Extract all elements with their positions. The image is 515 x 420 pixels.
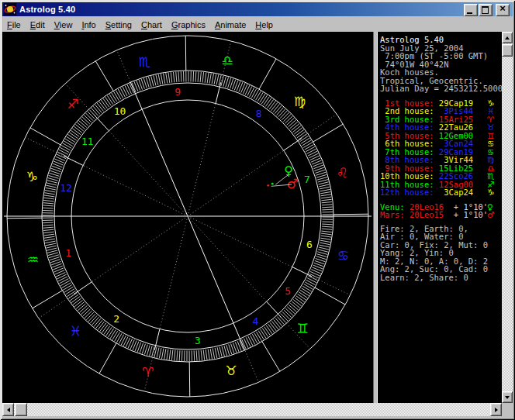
down-arrow-icon	[505, 396, 510, 399]
panel-title: Astrolog 5.40	[378, 36, 502, 44]
menu-setting[interactable]: Setting	[101, 19, 137, 31]
stats-line-4: Yang: 2, Yin: 0	[378, 249, 502, 257]
capricorn-glyph: ♑	[487, 188, 494, 197]
svg-text:7: 7	[304, 174, 310, 185]
svg-text:6: 6	[306, 239, 313, 250]
astrolog-window: Astrolog 5.40 FileEditViewInfoSettingCha…	[0, 0, 515, 420]
scroll-up-button[interactable]	[502, 32, 513, 43]
menu-edit[interactable]: Edit	[26, 19, 50, 31]
taurus-glyph: ♉	[487, 123, 494, 132]
svg-text:10: 10	[114, 105, 126, 117]
mars-row: Mars: 20Leo15 + 1°10'♂	[378, 211, 502, 219]
natal-wheel: 123456789101112♈♉♊♋♌♍♎♏♐♑♒♓♀♂	[2, 32, 373, 403]
svg-text:♈: ♈	[142, 364, 154, 380]
menu-animate[interactable]: Animate	[210, 19, 251, 31]
svg-text:♒: ♒	[27, 252, 39, 267]
up-arrow-icon	[505, 36, 510, 40]
horizontal-scroll-thumb[interactable]	[15, 403, 27, 416]
vertical-scroll-thumb[interactable]	[502, 44, 513, 57]
header-line-6: Julian Day = 2453212.5000	[378, 84, 502, 93]
title-bar[interactable]: Astrolog 5.40	[2, 2, 513, 16]
menu-file[interactable]: File	[2, 19, 26, 31]
svg-text:♓: ♓	[70, 323, 81, 339]
svg-text:3: 3	[195, 335, 201, 346]
mars-glyph: ♂	[487, 211, 494, 219]
svg-text:♐: ♐	[67, 96, 78, 112]
svg-text:8: 8	[256, 108, 262, 119]
menu-help[interactable]: Help	[251, 19, 278, 31]
menu-view[interactable]: View	[50, 19, 78, 31]
svg-text:♎: ♎	[222, 53, 233, 68]
menu-bar: FileEditViewInfoSettingChartGraphicsAnim…	[2, 17, 513, 32]
planets-block: Venu: 20Leo16 + 1°10'♀Mars: 20Leo15 + 1°…	[378, 203, 502, 219]
svg-text:5: 5	[285, 285, 291, 297]
svg-text:12: 12	[60, 182, 72, 194]
virgo-glyph: ♍	[487, 156, 494, 164]
minimize-button[interactable]	[464, 4, 478, 16]
svg-text:2: 2	[113, 313, 119, 325]
chart-header-block: Sun July 25, 2004 7:00pm (ST -5:00 GMT) …	[378, 44, 502, 93]
stats-line-2: Air : 0, Water: 0	[378, 232, 502, 241]
cancer-glyph: ♋	[487, 139, 494, 148]
vertical-scrollbar[interactable]	[502, 32, 513, 403]
houses-block: 1st house: 29Cap19♑ 2nd house: 3Pis44♓ 3…	[378, 99, 502, 197]
maximize-button[interactable]	[479, 4, 493, 16]
svg-text:♊: ♊	[296, 321, 308, 336]
svg-text:♏: ♏	[138, 54, 150, 70]
scroll-down-button[interactable]	[502, 391, 513, 403]
chart-area: 123456789101112♈♉♊♋♌♍♎♏♐♑♒♓♀♂	[2, 32, 373, 403]
close-button[interactable]	[496, 4, 510, 16]
svg-text:11: 11	[81, 136, 94, 147]
svg-text:♋: ♋	[337, 248, 349, 263]
house-row-12: 12th house: 3Cap24♑	[378, 188, 502, 197]
right-arrow-icon	[495, 408, 498, 412]
scrollbar-corner	[502, 403, 513, 416]
menu-info[interactable]: Info	[77, 19, 100, 31]
window-title: Astrolog 5.40	[19, 5, 75, 14]
stats-line-6: Ang: 2, Suc: 0, Cad: 0	[378, 265, 502, 274]
info-panel: Astrolog 5.40 Sun July 25, 2004 7:00pm (…	[378, 32, 502, 403]
svg-text:♌: ♌	[337, 165, 348, 181]
scorpio-glyph: ♏	[487, 172, 494, 181]
header-line-4: Koch houses.	[378, 68, 502, 77]
pisces-glyph: ♓	[487, 107, 494, 115]
scroll-left-button[interactable]	[2, 403, 14, 416]
svg-text:♂: ♂	[286, 176, 298, 191]
svg-text:♉: ♉	[225, 363, 237, 378]
svg-text:♍: ♍	[294, 94, 306, 109]
menu-chart[interactable]: Chart	[137, 19, 167, 31]
stats-block: Fire: 2, Earth: 0,Air : 0, Water: 0Car: …	[378, 225, 502, 282]
svg-text:4: 4	[253, 315, 259, 327]
svg-text:9: 9	[175, 86, 181, 98]
left-arrow-icon	[7, 408, 10, 412]
svg-text:1: 1	[65, 247, 71, 259]
scroll-right-button[interactable]	[490, 403, 502, 416]
menu-graphics[interactable]: Graphics	[167, 19, 210, 31]
app-icon	[4, 3, 16, 15]
horizontal-scrollbar[interactable]	[2, 403, 502, 416]
header-line-2: 7:00pm (ST -5:00 GMT)	[378, 52, 502, 60]
stats-line-7: Learn: 2, Share: 0	[378, 274, 502, 282]
svg-text:♑: ♑	[26, 169, 38, 184]
